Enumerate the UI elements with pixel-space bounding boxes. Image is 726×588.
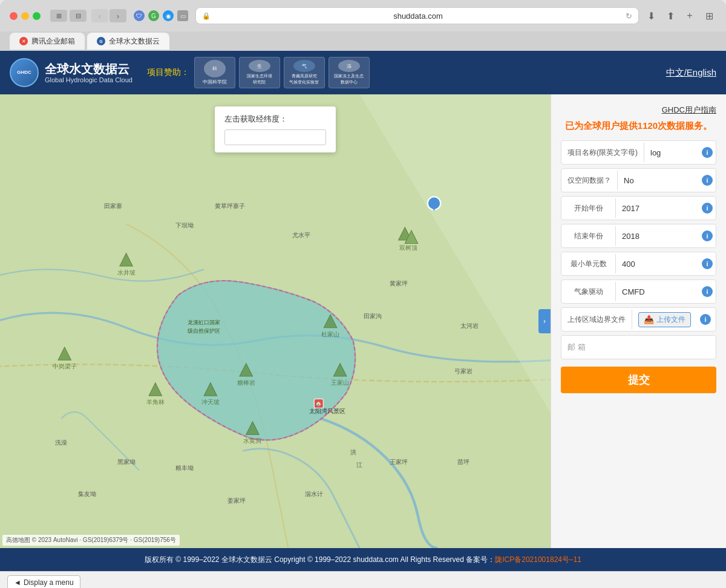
- address-bar[interactable]: 🔒 shuddata.com ↻: [195, 7, 639, 24]
- svg-text:糖棒岩: 糖棒岩: [237, 379, 255, 386]
- svg-text:🏠: 🏠: [315, 400, 322, 407]
- svg-text:双树顶: 双树顶: [399, 244, 417, 251]
- url-text: shuddata.com: [214, 11, 622, 21]
- forward-button[interactable]: ›: [110, 9, 126, 22]
- svg-text:黄家坪: 黄家坪: [390, 280, 408, 287]
- upload-label: 上传区域边界文件: [561, 310, 632, 330]
- sponsor-logos: 科 中国科学院 生 国家生态环境研究院 气 青藏高原研究气候变化实验室 冻 国家…: [194, 57, 370, 88]
- svg-text:下坝坳: 下坝坳: [175, 222, 194, 229]
- icp-link[interactable]: 陇ICP备2021001824号–11: [495, 555, 581, 565]
- sidebar-toggle-button[interactable]: ⊞: [50, 10, 67, 22]
- extension-icon[interactable]: G: [148, 10, 159, 21]
- svg-text:冲天坡: 冲天坡: [201, 399, 220, 405]
- tab-email[interactable]: ✕ 腾讯企业邮箱: [10, 33, 85, 50]
- header-center: 项目赞助： 科 中国科学院 生 国家生态环境研究院 气 青藏高原研究气候变化实验…: [147, 57, 666, 88]
- form-value-1: No: [618, 171, 699, 190]
- guide-link-area: GHDC用户指南: [561, 104, 716, 116]
- split-view-button[interactable]: ⊟: [70, 10, 87, 22]
- svg-text:尤水平: 尤水平: [292, 232, 310, 238]
- form-row-3: 结束年份 2018 i: [561, 224, 716, 248]
- bottom-bar: ◄ Display a menu: [0, 571, 726, 588]
- form-row-0: 项目名称(限英文字母) log i: [561, 140, 716, 165]
- minimize-window-button[interactable]: [21, 12, 29, 20]
- form-value-2: 2017: [616, 199, 699, 218]
- form-value-5: CMFD: [616, 283, 699, 301]
- svg-text:羊角林: 羊角林: [146, 399, 165, 405]
- reload-icon[interactable]: ↻: [626, 11, 632, 21]
- close-window-button[interactable]: [10, 12, 18, 20]
- download-icon[interactable]: ⬇: [644, 8, 658, 23]
- svg-text:洪: 洪: [350, 449, 356, 456]
- info-icon-1: i: [702, 175, 713, 186]
- svg-text:杜家山: 杜家山: [321, 331, 339, 338]
- new-tab-icon[interactable]: +: [682, 8, 697, 23]
- svg-text:中岗梁子: 中岗梁子: [53, 363, 77, 370]
- info-button-4[interactable]: i: [699, 258, 716, 269]
- site-subtitle: Global Hydrologic Data Cloud: [45, 76, 132, 83]
- email-tab-favicon: ✕: [19, 37, 28, 45]
- svg-text:龙溪虹口国家: 龙溪虹口国家: [188, 319, 220, 325]
- form-fields: 项目名称(限英文字母) log i 仅空间数据？ No i 开始年份 2017 …: [561, 140, 716, 304]
- upload-button[interactable]: 📤 上传文件: [638, 312, 691, 327]
- svg-text:太阳湾风景区: 太阳湾风景区: [309, 408, 345, 414]
- info-button-1[interactable]: i: [699, 175, 716, 186]
- sponsor-2: 生 国家生态环境研究院: [239, 57, 280, 88]
- browser-titlebar: ⊞ ⊟ ‹ › 🛡 G ◉ ▭ 🔒 shuddata.com ↻ ⬇ ⬆ + ⊞: [0, 0, 726, 31]
- site-title: 全球水文数据云: [45, 62, 132, 76]
- svg-text:江: 江: [356, 462, 362, 468]
- info-icon-5: i: [702, 286, 713, 297]
- service-number: 1120: [638, 120, 658, 131]
- map-credits: 高德地图 © 2023 AutoNavi · GS(2019)6379号 · G…: [2, 535, 180, 546]
- submit-button[interactable]: 提交: [561, 367, 716, 393]
- info-button-0[interactable]: i: [699, 147, 716, 158]
- form-row-2: 开始年份 2017 i: [561, 196, 716, 220]
- sidebar-collapse-button[interactable]: ›: [538, 309, 551, 333]
- info-icon-2: i: [702, 203, 713, 214]
- upload-row: 上传区域边界文件 📤 上传文件 i: [561, 307, 716, 332]
- form-value-3: 2018: [616, 227, 699, 246]
- svg-text:姜家坪: 姜家坪: [227, 497, 246, 504]
- traffic-lights: [10, 12, 41, 20]
- tab-bar: ✕ 腾讯企业邮箱 G 全球水文数据云: [0, 31, 726, 51]
- extension2-icon[interactable]: ◉: [163, 10, 174, 21]
- form-label-0: 项目名称(限英文字母): [561, 143, 644, 163]
- info-button-3[interactable]: i: [699, 230, 716, 241]
- svg-text:泅水计: 泅水计: [305, 491, 323, 497]
- extension3-icon[interactable]: ▭: [177, 10, 188, 21]
- grid-icon[interactable]: ⊞: [702, 8, 716, 23]
- browser-actions: ⬇ ⬆ + ⊞: [644, 8, 716, 23]
- upload-icon: 📤: [644, 315, 654, 324]
- display-menu-button[interactable]: ◄ Display a menu: [7, 575, 80, 589]
- user-guide-link[interactable]: GHDC用户指南: [662, 105, 716, 114]
- svg-text:太河岩: 太河岩: [460, 322, 479, 329]
- app-header: GHDC 全球水文数据云 Global Hydrologic Data Clou…: [0, 51, 726, 94]
- svg-text:苗坪: 苗坪: [457, 459, 469, 465]
- info-button-2[interactable]: i: [699, 203, 716, 214]
- shield-icon: 🛡: [134, 10, 145, 21]
- nav-buttons: ‹ ›: [91, 9, 126, 22]
- form-label-2: 开始年份: [561, 198, 616, 218]
- svg-text:王家山: 王家山: [331, 379, 349, 386]
- svg-text:水井坡: 水井坡: [117, 269, 136, 276]
- info-icon-4: i: [702, 258, 713, 269]
- form-label-3: 结束年份: [561, 226, 616, 246]
- svg-text:级自然保护区: 级自然保护区: [188, 328, 220, 334]
- map-area[interactable]: 双树顶 水井坡 杜家山 糖棒岩 王家山 水黄洞: [0, 94, 551, 548]
- lang-toggle[interactable]: 中文/English: [666, 67, 716, 79]
- back-button[interactable]: ‹: [91, 9, 108, 22]
- svg-text:黄草坪寨子: 黄草坪寨子: [215, 203, 245, 209]
- tab-ghdc[interactable]: G 全球水文数据云: [87, 33, 169, 50]
- sidebar: GHDC用户指南 已为全球用户提供1120次数据服务。 项目名称(限英文字母) …: [551, 94, 726, 548]
- panel-title: 左击获取经纬度：: [224, 114, 326, 125]
- form-value-0: log: [644, 143, 699, 162]
- upload-info-button[interactable]: i: [697, 314, 714, 325]
- info-icon-0: i: [702, 147, 713, 158]
- coordinate-input[interactable]: [224, 129, 326, 145]
- info-button-5[interactable]: i: [699, 286, 716, 297]
- lock-icon: 🔒: [202, 12, 211, 20]
- svg-text:王家坪: 王家坪: [390, 459, 408, 465]
- email-row[interactable]: 邮 箱: [561, 335, 716, 359]
- maximize-window-button[interactable]: [33, 12, 41, 20]
- share-icon[interactable]: ⬆: [663, 8, 678, 23]
- svg-text:黑家坳: 黑家坳: [117, 459, 136, 465]
